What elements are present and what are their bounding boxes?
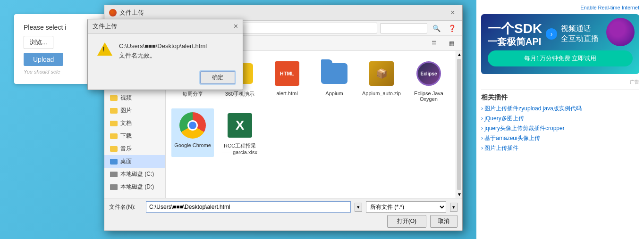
- ad-panel: Enable Real-time Internet 一个SDK 一套极简API …: [476, 0, 644, 239]
- alert-message-line1: C:\Users\■■■\Desktop\alert.html: [119, 41, 207, 51]
- scroll-thumb[interactable]: [457, 59, 461, 190]
- dialog-title: 文件上传: [109, 8, 144, 17]
- sdk-line2: 一套极简API: [488, 36, 542, 47]
- ad-chrome-logo: [606, 18, 635, 46]
- alert-buttons: 确定: [88, 67, 243, 90]
- folder-desktop-icon: [110, 159, 118, 165]
- alert-body: C:\Users\■■■\Desktop\alert.html 文件名无效。: [88, 34, 243, 67]
- alert-dialog: 文件上传 × C:\Users\■■■\Desktop\alert.html 文…: [87, 19, 243, 90]
- sidebar-item-pictures[interactable]: 图片: [104, 104, 165, 117]
- ad-right-content: 视频通话 全互动直播: [561, 24, 599, 44]
- sidebar-label-downloads: 下载: [120, 132, 132, 140]
- sidebar-item-downloads[interactable]: 下载: [104, 130, 165, 142]
- file-name: Appium: [325, 91, 343, 96]
- html-icon: HTML: [272, 58, 302, 89]
- winrar-icon: 📦: [366, 58, 397, 89]
- help-button[interactable]: ❓: [446, 24, 458, 33]
- list-item[interactable]: Eclipse Eclipse Java Oxygen: [407, 57, 450, 104]
- upload-button[interactable]: Upload: [24, 53, 63, 66]
- ad-note: 广告: [481, 79, 639, 85]
- sidebar-item-video[interactable]: 视频: [104, 91, 165, 104]
- filename-label: 文件名(N):: [109, 203, 142, 211]
- scrollbar[interactable]: ▲ ▼: [456, 51, 462, 198]
- list-item[interactable]: Appium: [313, 57, 356, 104]
- sidebar-item-desktop[interactable]: 桌面: [104, 155, 165, 168]
- firefox-icon: [109, 9, 117, 16]
- ad-banner: 一个SDK 一套极简API › 视频通话 全互动直播 每月1万分钟免费 立即试用: [481, 14, 639, 74]
- search-input[interactable]: [380, 23, 427, 33]
- dialog-close-button[interactable]: ×: [448, 8, 458, 17]
- dialog-bottom: 文件名(N): ▾ 所有文件 (*.*) ▾ 打开(O) 取消: [104, 198, 462, 231]
- sidebar-label-music: 音乐: [120, 145, 132, 153]
- list-item[interactable]: Google Chrome: [171, 108, 214, 157]
- related-plugins: 相关插件 图片上传插件zyupload java版实例代码 jQuery多图上传…: [481, 89, 639, 152]
- warning-icon: [97, 41, 112, 57]
- related-title: 相关插件: [481, 93, 639, 102]
- file-name: 每周分享: [182, 91, 203, 98]
- eclipse-icon: Eclipse: [414, 58, 444, 89]
- sidebar-label-desktop: 桌面: [120, 157, 132, 165]
- sidebar-label-pictures: 图片: [120, 107, 132, 115]
- file-name: Appium_auto.zip: [362, 91, 401, 96]
- plugin-link-0[interactable]: 图片上传插件zyupload java版实例代码: [481, 105, 639, 113]
- list-item[interactable]: X RCC工程招采——garcia.xlsx: [219, 108, 261, 157]
- cancel-button[interactable]: 取消: [430, 215, 458, 228]
- ad-top-bar: Enable Real-time Internet: [481, 5, 639, 10]
- list-item[interactable]: HTML alert.html: [266, 57, 308, 104]
- plugin-link-4[interactable]: 图片上传插件: [481, 144, 639, 152]
- warning-triangle: [97, 42, 112, 56]
- ad-arrow-icon[interactable]: ›: [546, 28, 557, 40]
- plugin-link-3[interactable]: 基于amazeui头像上传: [481, 134, 639, 142]
- folder-music-icon: [110, 146, 118, 152]
- bottom-buttons: 打开(O) 取消: [109, 215, 458, 228]
- sidebar-item-docs[interactable]: 文档: [104, 117, 165, 130]
- ad-sdk-text: 一个SDK 一套极简API: [488, 22, 542, 47]
- ad-right-line1: 视频通话: [561, 24, 599, 34]
- file-name: RCC工程招采——garcia.xlsx: [220, 142, 259, 155]
- filename-row: 文件名(N): ▾ 所有文件 (*.*) ▾: [109, 201, 458, 213]
- folder-downloads-icon: [110, 133, 118, 139]
- view-button[interactable]: ☰: [427, 39, 441, 48]
- trial-button[interactable]: 每月1万分钟免费 立即试用: [488, 50, 633, 66]
- filetype-select[interactable]: 所有文件 (*.*): [366, 201, 446, 213]
- plugin-link-1[interactable]: jQuery多图上传: [481, 115, 639, 123]
- filetype-dropdown-button[interactable]: ▾: [450, 203, 458, 212]
- file-name: 360手机演示: [225, 91, 254, 98]
- sidebar-item-drive-c[interactable]: 本地磁盘 (C:): [104, 168, 165, 181]
- list-item[interactable]: 📦 Appium_auto.zip: [360, 57, 403, 104]
- scroll-up[interactable]: ▲: [456, 51, 462, 58]
- drive-d-icon: [110, 184, 118, 190]
- dialog-title-text: 文件上传: [119, 8, 144, 17]
- folder-docs-icon: [110, 121, 118, 126]
- scroll-down[interactable]: ▼: [456, 191, 462, 198]
- alert-close-button[interactable]: ×: [234, 22, 238, 31]
- sidebar-item-music[interactable]: 音乐: [104, 142, 165, 155]
- search-icon[interactable]: 🔍: [430, 24, 443, 33]
- sidebar-label-drive-d: 本地磁盘 (D:): [120, 183, 154, 191]
- sidebar-item-drive-d[interactable]: 本地磁盘 (D:): [104, 181, 165, 193]
- alert-message-line2: 文件名无效。: [119, 51, 207, 60]
- sidebar-label-video: 视频: [120, 94, 132, 102]
- folder-video-icon: [110, 95, 118, 101]
- file-name: alert.html: [276, 91, 297, 96]
- sidebar-label-drive-c: 本地磁盘 (C:): [120, 170, 154, 178]
- sdk-line1: 一个SDK: [488, 22, 542, 36]
- file-name: Eclipse Java Oxygen: [409, 91, 448, 102]
- alert-titlebar: 文件上传 ×: [88, 19, 243, 34]
- plugin-link-2[interactable]: jquery头像上传剪裁插件cropper: [481, 124, 639, 132]
- ad-right-line2: 全互动直播: [561, 34, 599, 44]
- filename-input[interactable]: [146, 201, 351, 213]
- open-button[interactable]: 打开(O): [387, 215, 426, 228]
- confirm-button[interactable]: 确定: [200, 71, 235, 84]
- excel-icon: X: [225, 110, 255, 140]
- alert-message: C:\Users\■■■\Desktop\alert.html 文件名无效。: [119, 41, 207, 60]
- alert-title: 文件上传: [93, 22, 117, 31]
- chrome-icon: [178, 110, 208, 140]
- folder-blue-icon: [319, 58, 349, 89]
- drive-c-icon: [110, 172, 118, 177]
- chrome-inner: [187, 120, 198, 131]
- view-icon-button[interactable]: ▦: [445, 39, 458, 48]
- browse-button[interactable]: 浏览...: [24, 36, 53, 49]
- sidebar-label-docs: 文档: [120, 119, 132, 127]
- filename-dropdown-button[interactable]: ▾: [355, 203, 362, 212]
